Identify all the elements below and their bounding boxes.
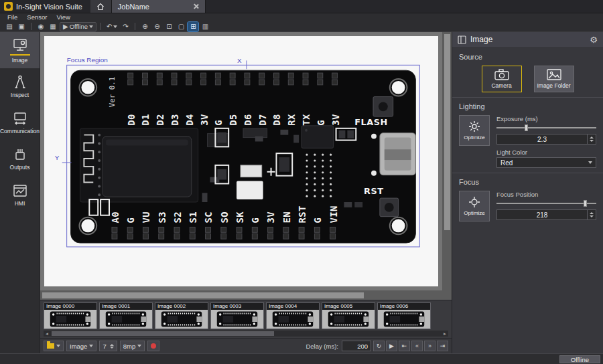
refresh-button[interactable]: ↻ [373, 341, 385, 351]
last-image-button[interactable]: ⇥ [437, 341, 448, 351]
thumbnail-image [267, 310, 319, 329]
tab-job[interactable]: JobName [112, 0, 206, 13]
save-job-button[interactable]: ▣ [16, 22, 27, 31]
vertical-scrollbar-thumb[interactable] [444, 34, 450, 230]
thumbnail[interactable]: Image 0000 [44, 302, 97, 329]
delay-input[interactable]: 200 [342, 341, 371, 351]
image-settings-panel: Image ⚙ Source Camera Image Folder Light… [452, 32, 603, 353]
svg-text:VU: VU [141, 211, 151, 223]
fast-next-button[interactable]: » [424, 341, 436, 351]
new-job-button[interactable]: ▤ [4, 22, 15, 31]
light-color-dropdown[interactable]: Red [496, 157, 596, 168]
scrollbar-corner [442, 290, 452, 300]
svg-text:D7: D7 [257, 114, 268, 126]
svg-text:D1: D1 [140, 114, 151, 126]
left-sidebar: Image Inspect Communication Outputs HMI [0, 32, 40, 353]
svg-text:3V: 3V [265, 211, 276, 223]
exposure-slider-handle[interactable] [525, 124, 528, 131]
image-display-button[interactable]: ▥ [200, 22, 210, 31]
undo-button-icon: ↶ [107, 23, 112, 31]
inspect-caliper-icon [12, 74, 28, 90]
horizontal-scrollbar[interactable] [40, 290, 442, 300]
thumbnail-image [322, 310, 375, 329]
exposure-label: Exposure (ms) [496, 115, 596, 122]
sidebar-item-inspect[interactable]: Inspect [0, 68, 40, 104]
resolution-dropdown[interactable]: 8mp [120, 341, 145, 351]
filmstrip-scrollbar[interactable]: ◄ ► [44, 331, 448, 337]
svg-text:D2: D2 [155, 114, 165, 126]
zoom-in-button[interactable]: ⊕ [139, 22, 150, 31]
zoom-out-button[interactable]: ⊖ [151, 22, 162, 31]
image-type-dropdown[interactable]: Image [66, 341, 96, 351]
image-display-button-icon: ▥ [202, 23, 208, 31]
vertical-scrollbar[interactable] [442, 32, 452, 290]
selected-accent [10, 54, 30, 56]
sidebar-item-hmi[interactable]: HMI [0, 177, 40, 213]
filmstrip-scrollbar-thumb[interactable] [52, 331, 274, 336]
svg-text:EN: EN [281, 211, 292, 223]
zoom-region-button[interactable]: ⊞ [188, 22, 198, 31]
delay-label: Delay (ms): [306, 343, 338, 350]
image-monitor-icon [12, 37, 28, 53]
thumbnail-image [378, 310, 430, 329]
focus-value-spinner[interactable]: 218 [496, 209, 596, 220]
focus-section-label: Focus [459, 178, 596, 186]
svg-text:G: G [316, 120, 326, 126]
first-image-button[interactable]: ⇤ [399, 341, 410, 351]
filmstrip-scroll-right-icon[interactable]: ► [442, 331, 448, 337]
thumbnail[interactable]: Image 0006 [377, 302, 431, 329]
source-camera-button[interactable]: Camera [482, 66, 522, 92]
menu-sensor[interactable]: Sensor [22, 13, 52, 21]
horizontal-scrollbar-thumb[interactable] [42, 292, 364, 298]
zoom-actual-button[interactable]: ▢ [176, 22, 186, 31]
acquire-mode-dropdown[interactable]: ▶Offline [60, 22, 96, 31]
focus-optimize-button[interactable]: Optimize [459, 191, 490, 221]
lighting-optimize-button[interactable]: Optimize [459, 115, 490, 146]
thumbnail[interactable]: Image 0004 [266, 302, 320, 329]
tab-home[interactable] [90, 0, 112, 13]
menu-view[interactable]: View [52, 13, 74, 21]
record-toggle-button[interactable] [147, 341, 159, 351]
thumbnail[interactable]: Image 0003 [210, 302, 264, 329]
focus-position-slider[interactable] [496, 199, 596, 207]
thumbnail[interactable]: Image 0005 [322, 302, 375, 329]
focus-slider-handle[interactable] [584, 200, 587, 207]
filmstrip-scroll-left-icon[interactable]: ◄ [44, 331, 50, 337]
redo-button[interactable]: ↷ [120, 22, 131, 31]
record-folder-dropdown[interactable] [44, 341, 64, 351]
record-button[interactable]: ▦ [48, 22, 58, 31]
thumbnail-image [155, 310, 208, 329]
undo-button[interactable]: ↶ [105, 22, 119, 31]
thumbnail[interactable]: Image 0001 [99, 302, 153, 329]
zoom-out-button-icon: ⊖ [154, 23, 159, 31]
focus-position-label: Focus Position [496, 191, 596, 198]
live-video-button[interactable]: ◉ [36, 22, 46, 31]
zoom-fit-button[interactable]: ⊡ [163, 22, 174, 31]
filmstrip-panel: Image 0000Image 0001Image 0002Image 0003… [40, 300, 452, 338]
main-toolbar: ▤▣◉▦▶Offline↶↷⊕⊖⊡▢⊞▥ [0, 21, 603, 32]
thumbnail[interactable]: Image 0002 [155, 302, 208, 329]
sidebar-item-outputs[interactable]: Outputs [0, 141, 40, 177]
live-video-button-icon: ◉ [38, 23, 44, 31]
exposure-value-spinner[interactable]: 2.3 [496, 134, 596, 145]
panel-icon [458, 35, 466, 44]
thumbnail-label: Image 0006 [378, 303, 430, 310]
y-axis-label: Y [55, 154, 60, 161]
settings-gear-icon[interactable]: ⚙ [590, 35, 598, 45]
menu-file[interactable]: File [3, 13, 22, 21]
hmi-window-icon [12, 183, 28, 199]
image-count-spinner[interactable]: 7 [99, 341, 117, 351]
fast-prev-button[interactable]: « [411, 341, 423, 351]
image-canvas[interactable]: Ver 0.1 FLASH RST D0D1D2D3D43VGD5D6D7D8R… [44, 36, 438, 286]
sidebar-item-image[interactable]: Image [0, 32, 40, 68]
svg-text:RST: RST [297, 205, 308, 223]
sidebar-item-communication[interactable]: Communication [0, 104, 40, 141]
exposure-slider[interactable] [496, 124, 596, 132]
toolbar-separator [31, 23, 31, 30]
play-button[interactable]: ▶ [386, 341, 397, 351]
source-image-folder-button[interactable]: Image Folder [534, 66, 574, 92]
thumbnail-image [211, 310, 263, 329]
tab-close-icon[interactable] [193, 3, 199, 9]
offline-status-button[interactable]: Offline [559, 355, 600, 363]
spinner-down-icon [110, 347, 114, 349]
